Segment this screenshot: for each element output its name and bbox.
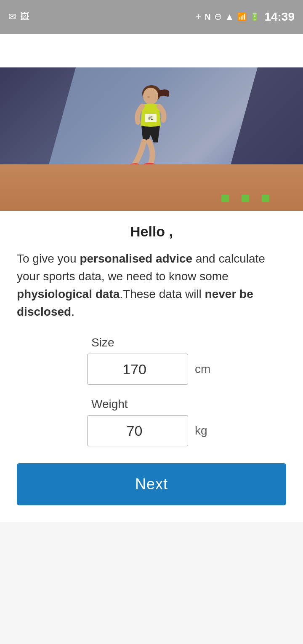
track-marker: [242, 195, 249, 202]
next-button[interactable]: Next: [17, 463, 286, 505]
form-section: Size cm Weight kg: [17, 336, 286, 446]
runner-figure: #1: [118, 84, 185, 177]
bold-personalised: personalised advice: [80, 252, 192, 265]
main-content: Hello , To give you personalised advice …: [0, 211, 303, 522]
greeting-text: Hello ,: [17, 223, 286, 240]
description-text: To give you personalised advice and calc…: [17, 250, 286, 321]
bluetooth-icon: +: [196, 11, 201, 22]
track-marker: [221, 195, 229, 202]
status-bar-right: + N ⊖ ▲ 📶 🔋 14:39: [196, 10, 295, 24]
mail-icon: ✉: [8, 11, 16, 22]
size-field-row: cm: [87, 354, 216, 385]
size-field-group: Size cm: [87, 336, 216, 385]
wifi-icon: ▲: [225, 11, 234, 22]
svg-text:#1: #1: [148, 116, 153, 121]
bold-physiological: physiological data: [17, 287, 120, 301]
weight-label: Weight: [91, 397, 128, 411]
weight-field-group: Weight kg: [87, 397, 216, 446]
track-markers: [221, 195, 269, 202]
track-marker: [262, 195, 269, 202]
weight-unit: kg: [195, 424, 216, 437]
track-ground: [0, 164, 303, 211]
size-input[interactable]: [87, 354, 188, 385]
svg-point-1: [143, 88, 158, 105]
svg-point-2: [147, 96, 150, 98]
minus-icon: ⊖: [214, 11, 222, 22]
nfc-icon: N: [205, 12, 210, 22]
signal-icon: 📶: [237, 12, 247, 21]
size-label: Size: [91, 336, 114, 349]
size-unit: cm: [195, 362, 216, 376]
weight-input[interactable]: [87, 415, 188, 446]
top-spacer: [0, 34, 303, 67]
status-bar: ✉ 🖼 + N ⊖ ▲ 📶 🔋 14:39: [0, 0, 303, 34]
bottom-filler: [0, 522, 303, 644]
battery-icon: 🔋: [250, 12, 259, 21]
image-icon: 🖼: [20, 11, 29, 22]
status-bar-left: ✉ 🖼: [8, 11, 29, 22]
weight-field-row: kg: [87, 415, 216, 446]
hero-image: #1: [0, 67, 303, 211]
time-display: 14:39: [264, 10, 295, 24]
